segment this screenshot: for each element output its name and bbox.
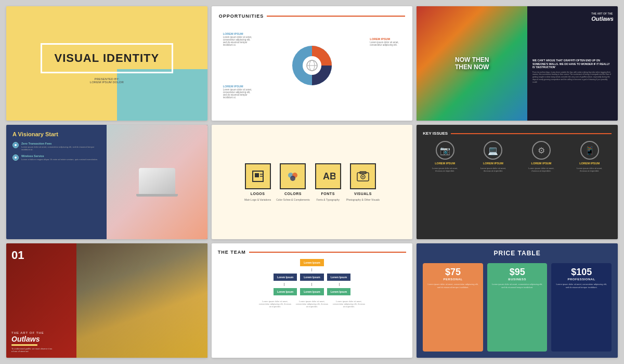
org-box-mid-3: Lorem Ipsum <box>327 274 350 281</box>
key-issues-items: 📷 LOREM IPSUM Lorem ipsum dolor sit amet… <box>423 141 612 172</box>
slide7-content: THE ART OF THE Outlaws To understand gra… <box>11 331 53 353</box>
laptop-shape <box>136 168 178 197</box>
brand-items-container: LOGOS Main Logo & Variations COLORS Colo… <box>244 163 380 201</box>
settings-icon: ⚙ <box>532 141 551 160</box>
label-left-top: LOREM IPSUM Lorem ipsum dolor sit amet, … <box>223 32 254 46</box>
art-of-the: THE ART OF THE <box>11 331 53 334</box>
slide-visionary: A Visionary Start Zero Transaction Fees … <box>6 125 207 239</box>
key-item-2: 💻 LOREM IPSUM Lorem ipsum dolor sit amet… <box>479 141 508 172</box>
graffiti-image: NOW THEN THEN NOW <box>417 6 527 121</box>
org-box-bot-2: Lorem Ipsum <box>300 288 323 295</box>
slide3-content: THE ART OF THE Outlaws WE CAN'T ARGUE TH… <box>527 6 618 121</box>
outlaws-desc: To understand graffiti, we must observe … <box>11 347 53 353</box>
pie-chart <box>286 40 338 92</box>
org-box-top: Lorem Ipsum <box>300 259 323 266</box>
feature-text-2: Wireless Service Lorem et dolore magna a… <box>21 154 98 161</box>
price-card-professional: $105 PROFESSIONAL Lorem ipsum dolor sit … <box>551 263 612 352</box>
feature-icon-1 <box>12 142 19 148</box>
org-row-top: Lorem Ipsum <box>300 259 323 266</box>
visuals-icon <box>356 169 370 184</box>
feature-1: Zero Transaction Fees Lorem ipsum dolor … <box>12 142 100 151</box>
feature-icon-2 <box>12 154 19 161</box>
slide-title: VISUAL IDENTITY <box>55 52 160 64</box>
logos-icon <box>251 169 265 184</box>
org-box-mid-2: Lorem Ipsum <box>300 274 323 281</box>
decorative-stroke <box>11 344 37 346</box>
graffiti-words: NOW THEN THEN NOW <box>455 56 489 71</box>
fonts-icon: ABC <box>321 169 335 184</box>
slides-grid: VISUAL IDENTITY PRESENTED BY: LOREM IPSU… <box>0 0 624 364</box>
slide-outlaws-bottom: 01 THE ART OF THE Outlaws To understand … <box>6 243 207 358</box>
slide4-left: A Visionary Start Zero Transaction Fees … <box>6 125 107 239</box>
feature-2: Wireless Service Lorem et dolore magna a… <box>12 154 100 161</box>
colors-icon-box <box>280 163 306 189</box>
org-box-mid-1: Lorem Ipsum <box>274 274 297 281</box>
slide-opportunities: OPPORTUNITIES LOREM IPSUM Lorem ipsum do… <box>212 6 413 121</box>
org-chart: Lorem Ipsum Lorem Ipsum Lorem Ipsum Lore… <box>218 259 407 308</box>
slide-visual-identity: VISUAL IDENTITY PRESENTED BY: LOREM IPSU… <box>6 6 207 121</box>
label-right: LOREM IPSUM Lorem ipsum dolor sit amet, … <box>370 37 401 46</box>
mobile-icon: 📱 <box>580 141 599 160</box>
svg-rect-6 <box>255 173 259 177</box>
org-box-bot-1: Lorem Ipsum <box>274 288 297 295</box>
org-row-desc: Lorem ipsum dolor sit amet, consectetur … <box>258 299 366 308</box>
fonts-icon-box: ABC <box>315 163 341 189</box>
slide-brand-guide: LOGOS Main Logo & Variations COLORS Colo… <box>212 125 413 239</box>
svg-point-11 <box>290 176 295 181</box>
slide-price-table: PRICE TABLE $75 PERSONAL Lorem ipsum dol… <box>417 243 618 358</box>
laptop-image <box>107 125 207 239</box>
visionary-title: A Visionary Start <box>12 131 100 138</box>
price-title: PRICE TABLE <box>423 250 612 257</box>
org-box-bot-3: Lorem Ipsum <box>327 288 350 295</box>
team-title: THE TEAM <box>218 250 407 255</box>
key-issues-title: KEY ISSUES <box>423 131 612 136</box>
title-box: VISUAL IDENTITY <box>41 43 174 73</box>
svg-text:ABC: ABC <box>323 171 335 181</box>
colors-icon <box>285 169 300 184</box>
presented-by: PRESENTED BY: LOREM IPSUM DOLOR <box>90 77 124 84</box>
brand-item-fonts: ABC FONTS Fonts & Typography <box>315 163 341 201</box>
outlaws-label: THE ART OF THE Outlaws <box>591 10 614 22</box>
slide-team: THE TEAM Lorem Ipsum Lorem Ipsum Lorem I… <box>212 243 413 358</box>
quote-section: WE CAN'T ARGUE THAT GRAFFITI OFTEN END U… <box>532 59 613 84</box>
slide-key-issues: KEY ISSUES 📷 LOREM IPSUM Lorem ipsum dol… <box>417 125 618 239</box>
brand-item-colors: COLORS Color Schee & Complements <box>276 163 309 201</box>
key-item-4: 📱 LOREM IPSUM Lorem ipsum dolor sit amet… <box>575 141 604 172</box>
label-left-bottom: LOREM IPSUM Lorem ipsum dolor sit amet, … <box>223 85 254 99</box>
opportunities-title: OPPORTUNITIES <box>219 14 406 19</box>
brand-item-visuals: VISUALS Photography & Other Visuals <box>346 163 380 201</box>
brand-item-logos: LOGOS Main Logo & Variations <box>244 163 271 201</box>
price-card-personal: $75 PERSONAL Lorem ipsum dolor sit amet,… <box>423 263 483 352</box>
org-row-bottom: Lorem Ipsum Lorem Ipsum Lorem Ipsum <box>274 288 350 295</box>
laptop-icon: 💻 <box>484 141 502 160</box>
outlaws-title: Outlaws <box>11 335 53 343</box>
org-row-mid: Lorem Ipsum Lorem Ipsum Lorem Ipsum <box>274 274 350 281</box>
svg-point-16 <box>362 176 363 177</box>
pie-area: LOREM IPSUM Lorem ipsum dolor sit amet, … <box>219 22 406 109</box>
org-lines-mid <box>284 283 340 286</box>
camera-icon: 📷 <box>436 141 454 160</box>
key-item-1: 📷 LOREM IPSUM Lorem ipsum dolor sit amet… <box>431 141 459 172</box>
visuals-icon-box <box>350 163 376 189</box>
feature-text-1: Zero Transaction Fees Lorem ipsum dolor … <box>21 142 100 151</box>
slide-number: 01 <box>11 249 24 262</box>
price-card-business: $95 BUSINESS Lorem ipsum dolor sit amet,… <box>487 263 548 352</box>
key-item-3: ⚙ LOREM IPSUM Lorem ipsum dolor sit amet… <box>527 141 555 172</box>
price-cards-container: $75 PERSONAL Lorem ipsum dolor sit amet,… <box>423 263 612 352</box>
logos-icon-box <box>245 163 271 189</box>
slide-outlaws-top: NOW THEN THEN NOW THE ART OF THE Outlaws… <box>417 6 618 121</box>
